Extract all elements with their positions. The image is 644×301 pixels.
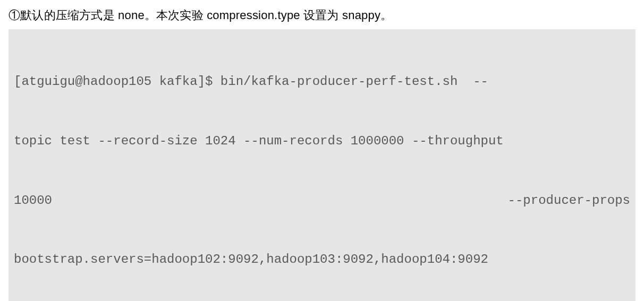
command-block: [atguigu@hadoop105 kafka]$ bin/kafka-pro…: [9, 29, 635, 301]
command-line-1: [atguigu@hadoop105 kafka]$ bin/kafka-pro…: [14, 72, 630, 91]
command-line-2: topic test --record-size 1024 --num-reco…: [14, 131, 630, 151]
intro-text: ①默认的压缩方式是 none。本次实验 compression.type 设置为…: [9, 6, 635, 24]
command-line-3-left: 10000: [14, 191, 52, 210]
command-line-4: bootstrap.servers=hadoop102:9092,hadoop1…: [14, 250, 630, 269]
command-line-3: 10000--producer-props: [14, 191, 630, 210]
command-line-3-right: --producer-props: [508, 191, 630, 210]
